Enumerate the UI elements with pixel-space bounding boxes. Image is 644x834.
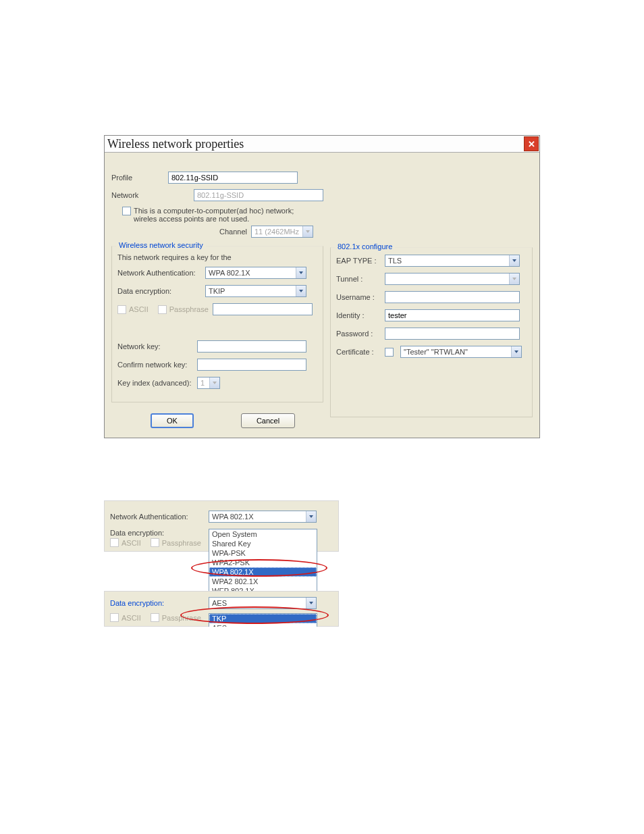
close-icon: ✕ — [528, 139, 535, 149]
ascii-label: ASCII — [122, 614, 141, 622]
cancel-button[interactable]: Cancel — [241, 413, 295, 428]
config-legend: 802.1x configure — [335, 242, 395, 251]
data-enc-dropdown[interactable]: TKIP — [205, 285, 306, 297]
passphrase-input — [213, 303, 313, 315]
keyidx-value: 1 — [200, 379, 205, 387]
chevron-down-icon — [302, 226, 313, 237]
data-enc-label: Data encryption: — [117, 287, 205, 295]
channel-value: 11 (2462MHz — [254, 228, 299, 236]
adhoc-label: This is a computer-to-computer(ad hoc) n… — [134, 207, 316, 223]
data-enc-dropdown[interactable]: AES — [209, 597, 317, 609]
cert-dropdown[interactable]: "Tester" "RTWLAN" — [400, 346, 522, 358]
network-label: Network — [111, 191, 164, 199]
chevron-down-icon — [296, 267, 306, 278]
ascii-label: ASCII — [129, 305, 149, 313]
data-enc-value: AES — [212, 599, 227, 607]
data-enc-label: Data encryption: — [110, 599, 209, 607]
enc-listbox[interactable]: TKP AES — [209, 613, 317, 627]
net-auth-dropdown[interactable]: WPA 802.1X — [205, 267, 306, 279]
profile-label: Profile — [111, 174, 164, 182]
titlebar: Wireless network properties ✕ — [105, 136, 539, 153]
security-legend: Wireless network security — [116, 241, 206, 249]
identity-label: Identity : — [336, 311, 385, 319]
auth-option[interactable]: WPA2 802.1X — [209, 577, 317, 586]
confirm-input — [197, 359, 306, 371]
net-auth-label: Network Authentication: — [110, 513, 209, 521]
net-auth-dropdown[interactable]: WPA 802.1X — [209, 511, 317, 523]
key-required-label: This network requires a key for the — [117, 253, 317, 261]
network-input — [194, 189, 323, 201]
security-group: Wireless network security This network r… — [111, 246, 323, 402]
channel-label: Channel — [219, 228, 247, 236]
ascii-checkbox — [117, 305, 126, 314]
auth-option-selected[interactable]: WPA 802.1X — [209, 567, 317, 577]
confirm-label: Confirm network key: — [117, 361, 197, 369]
passphrase-checkbox — [151, 613, 159, 622]
chevron-down-icon — [296, 286, 306, 296]
net-auth-label: Network Authentication: — [117, 269, 205, 277]
chevron-down-icon — [509, 273, 519, 284]
net-auth-value: WPA 802.1X — [209, 269, 250, 277]
passphrase-label: Passphrase — [169, 305, 209, 313]
passphrase-label: Passphrase — [162, 614, 201, 622]
auth-option[interactable]: Open System — [209, 529, 317, 539]
tunnel-dropdown — [385, 273, 520, 285]
net-auth-value: WPA 802.1X — [212, 513, 254, 521]
chevron-down-icon — [511, 346, 521, 357]
chevron-down-icon — [209, 377, 219, 388]
username-input — [385, 291, 520, 303]
enc-option[interactable]: AES — [209, 623, 317, 627]
auth-option[interactable]: WPA-PSK — [209, 548, 317, 558]
cert-label: Certificate : — [336, 348, 385, 356]
cert-checkbox[interactable] — [385, 348, 394, 357]
auth-option[interactable]: WPA2-PSK — [209, 558, 317, 567]
eap-dropdown[interactable]: TLS — [385, 255, 520, 267]
tunnel-label: Tunnel : — [336, 275, 385, 283]
channel-dropdown: 11 (2462MHz — [251, 226, 313, 238]
data-enc-value: TKIP — [209, 287, 225, 295]
identity-input[interactable] — [385, 309, 520, 321]
auth-option[interactable]: Shared Key — [209, 539, 317, 548]
auth-listbox[interactable]: Open System Shared Key WPA-PSK WPA2-PSK … — [209, 529, 317, 596]
passphrase-checkbox — [151, 538, 159, 547]
dialog-title: Wireless network properties — [107, 137, 244, 151]
ascii-checkbox — [110, 538, 119, 547]
close-button[interactable]: ✕ — [524, 136, 539, 151]
keyidx-dropdown: 1 — [197, 377, 220, 389]
netkey-label: Network key: — [117, 342, 197, 350]
eap-label: EAP TYPE : — [336, 257, 385, 265]
keyidx-label: Key index (advanced): — [117, 379, 197, 387]
profile-input[interactable] — [168, 172, 298, 184]
auth-snippet: Network Authentication: WPA 802.1X Data … — [104, 500, 339, 552]
ascii-checkbox — [110, 613, 119, 622]
wireless-properties-dialog: Wireless network properties ✕ Profile Ne… — [104, 135, 540, 438]
ascii-label: ASCII — [122, 539, 141, 547]
ok-button[interactable]: OK — [151, 413, 194, 428]
chevron-down-icon — [306, 598, 316, 608]
enc-option-selected[interactable]: TKP — [209, 614, 317, 623]
adhoc-checkbox[interactable] — [122, 207, 131, 215]
cert-value: "Tester" "RTWLAN" — [404, 348, 468, 356]
password-input — [385, 328, 520, 340]
chevron-down-icon — [509, 255, 519, 266]
enc-snippet: Data encryption: AES ASCII Passphrase TK… — [104, 591, 339, 627]
chevron-down-icon — [306, 511, 316, 522]
eap-value: TLS — [388, 257, 402, 265]
config-group: 802.1x configure EAP TYPE : TLS Tunnel : — [330, 247, 533, 417]
data-enc-label: Data encryption: — [110, 529, 209, 537]
password-label: Password : — [336, 330, 385, 338]
passphrase-label: Passphrase — [162, 539, 201, 547]
netkey-input — [197, 340, 306, 353]
username-label: Username : — [336, 293, 385, 301]
passphrase-checkbox — [158, 305, 167, 314]
